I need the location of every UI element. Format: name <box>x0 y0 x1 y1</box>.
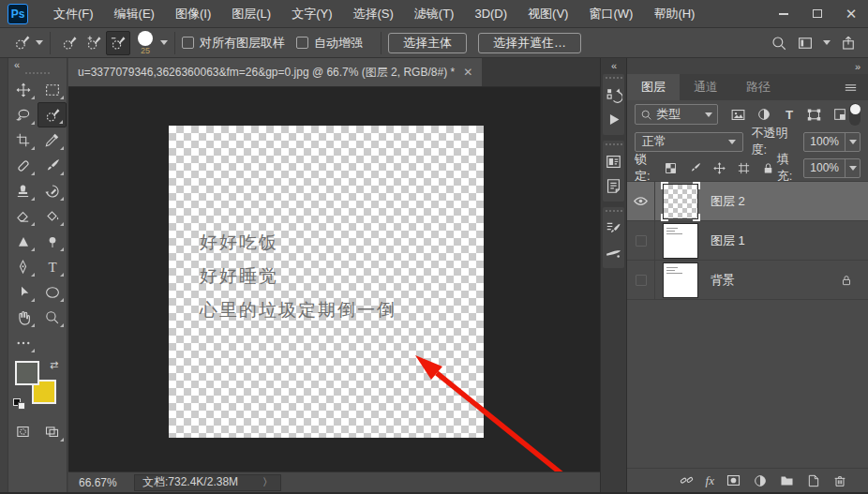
properties-panel-button[interactable] <box>603 149 625 173</box>
brush-tool[interactable] <box>37 153 67 178</box>
tab-channels[interactable]: 通道 <box>680 74 732 100</box>
status-chevron-icon[interactable]: 〉 <box>262 475 273 489</box>
fill-caret[interactable] <box>845 159 860 177</box>
lock-pixels-button[interactable] <box>687 159 704 176</box>
menu-image[interactable]: 图像(I) <box>165 0 221 28</box>
layer-filtering-toggle[interactable] <box>849 103 861 126</box>
layer-thumbnail[interactable] <box>663 184 698 219</box>
history-brush-tool[interactable] <box>37 178 67 203</box>
swap-colors-icon[interactable]: ⇄ <box>50 359 58 371</box>
select-subject-button[interactable]: 选择主体 <box>388 33 467 53</box>
add-layer-mask-icon[interactable] <box>726 472 741 488</box>
menu-type[interactable]: 文字(Y) <box>281 0 342 28</box>
lock-artboard-button[interactable] <box>736 159 753 176</box>
canvas[interactable]: 好好吃饭 好好睡觉 心里的垃圾定期倒一倒 <box>169 126 484 438</box>
sample-all-layers-checkbox[interactable] <box>182 37 194 49</box>
tab-paths[interactable]: 路径 <box>732 74 785 100</box>
smart-object-filter-button[interactable] <box>831 105 849 124</box>
visibility-cell[interactable] <box>627 221 655 260</box>
menu-edit[interactable]: 编辑(E) <box>104 0 165 28</box>
type-tool[interactable]: T <box>37 254 67 279</box>
quick-selection-tool[interactable] <box>37 102 67 127</box>
lock-all-button[interactable] <box>760 159 777 176</box>
rectangular-marquee-tool[interactable] <box>37 77 67 102</box>
layer-filter-type-select[interactable]: 类型 <box>635 104 718 125</box>
zoom-tool[interactable] <box>37 305 67 330</box>
layer-name[interactable]: 背景 <box>711 272 735 289</box>
workspace-switcher-icon[interactable] <box>797 35 814 52</box>
drag-handle[interactable] <box>606 77 622 79</box>
search-icon[interactable] <box>771 35 787 52</box>
layer-row-layer-2[interactable]: 图层 2 <box>627 182 868 221</box>
brush-picker-caret-icon[interactable] <box>160 40 168 45</box>
drag-handle[interactable] <box>606 210 622 212</box>
layer-thumbnail[interactable] <box>663 262 698 298</box>
hand-tool[interactable] <box>8 305 37 330</box>
new-group-folder-icon[interactable] <box>779 472 795 488</box>
menu-3d[interactable]: 3D(D) <box>464 0 517 28</box>
minimize-button[interactable] <box>767 0 801 28</box>
adjustment-layer-filter-button[interactable] <box>755 105 773 124</box>
toolbox-collapse-button[interactable]: « <box>8 58 67 71</box>
tab-layers[interactable]: 图层 <box>627 74 680 100</box>
fill-field[interactable]: 100% <box>803 158 861 178</box>
pen-tool[interactable] <box>8 254 37 279</box>
clone-stamp-tool[interactable] <box>8 178 37 203</box>
tool-preset-picker[interactable] <box>9 31 34 55</box>
menu-layer[interactable]: 图层(L) <box>221 0 281 28</box>
paragraph-panel-button[interactable] <box>603 173 625 198</box>
brush-settings-panel-button[interactable] <box>603 216 625 240</box>
actions-panel-button[interactable] <box>603 107 625 131</box>
brushes-panel-button[interactable] <box>603 240 625 264</box>
visibility-cell[interactable] <box>627 182 655 220</box>
auto-enhance-checkbox[interactable] <box>296 37 308 49</box>
default-colors-icon[interactable] <box>13 398 26 410</box>
shape-layer-filter-button[interactable] <box>805 105 824 124</box>
link-layers-icon[interactable] <box>679 472 695 488</box>
eyedropper-tool[interactable] <box>37 127 67 153</box>
tool-preset-caret-icon[interactable] <box>36 40 43 45</box>
new-adjustment-layer-icon[interactable] <box>753 473 768 488</box>
strip-collapse-button[interactable]: « <box>601 58 626 72</box>
workspace-caret-icon[interactable] <box>823 40 831 45</box>
menu-window[interactable]: 窗口(W) <box>578 0 643 28</box>
opacity-caret[interactable] <box>845 133 860 151</box>
dock-expand-button[interactable]: » <box>855 61 860 72</box>
eraser-tool[interactable] <box>8 203 37 229</box>
foreground-color-swatch[interactable] <box>15 361 39 385</box>
panel-menu-button[interactable] <box>843 80 859 96</box>
layer-style-fx-icon[interactable]: fx <box>706 473 714 488</box>
edit-toolbar-button[interactable] <box>8 330 37 355</box>
layer-name[interactable]: 图层 1 <box>711 232 745 249</box>
menu-filter[interactable]: 滤镜(T) <box>404 0 465 28</box>
toolbox-drag-handle[interactable] <box>25 72 50 74</box>
layer-row-background[interactable]: 背景 <box>627 261 868 300</box>
maximize-button[interactable] <box>801 0 834 28</box>
visibility-cell[interactable] <box>627 261 655 299</box>
path-selection-tool[interactable] <box>8 279 37 305</box>
select-and-mask-button[interactable]: 选择并遮住… <box>478 33 581 53</box>
add-to-selection-mode-button[interactable] <box>82 31 106 55</box>
drag-handle[interactable] <box>606 143 622 145</box>
layer-name[interactable]: 图层 2 <box>711 193 745 210</box>
document-info[interactable]: 文档:732.4K/2.38M 〉 <box>134 474 281 491</box>
pixel-layer-filter-button[interactable] <box>729 105 748 124</box>
quick-mask-button[interactable] <box>8 419 37 444</box>
menu-file[interactable]: 文件(F) <box>43 0 104 28</box>
dodge-tool[interactable] <box>37 229 67 254</box>
spot-healing-brush-tool[interactable] <box>8 153 37 178</box>
new-layer-icon[interactable] <box>806 473 821 488</box>
menu-view[interactable]: 视图(V) <box>517 0 578 28</box>
ellipse-shape-tool[interactable] <box>37 279 67 305</box>
menu-select[interactable]: 选择(S) <box>342 0 403 28</box>
lasso-tool[interactable] <box>8 102 37 127</box>
opacity-field[interactable]: 100% <box>803 132 861 152</box>
type-layer-filter-button[interactable]: T <box>780 105 799 124</box>
delete-layer-trash-icon[interactable] <box>832 473 847 488</box>
close-button[interactable]: ✕ <box>834 0 868 28</box>
paint-bucket-tool[interactable] <box>37 203 67 229</box>
share-icon[interactable] <box>840 35 857 52</box>
new-selection-mode-button[interactable] <box>57 31 82 55</box>
tab-close-icon[interactable]: ✕ <box>463 67 472 78</box>
layer-row-layer-1[interactable]: 图层 1 <box>627 221 868 261</box>
